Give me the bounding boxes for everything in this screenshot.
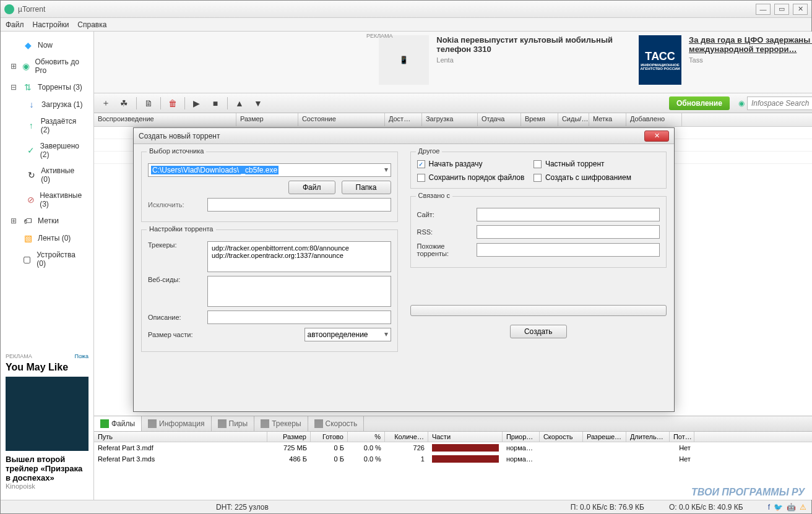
description-input[interactable] <box>207 311 391 324</box>
ad-block-1[interactable]: 📱 Nokia перевыпустит культовый мобильный… <box>379 35 626 89</box>
site-input[interactable] <box>477 208 660 221</box>
related-fieldset: Связано с Сайт: RSS: Похожие торренты: <box>410 196 667 268</box>
other-fieldset: Другое ✓Начать раздачу Частный торрент С… <box>410 152 667 189</box>
sidebar-now[interactable]: ◆ Now <box>1 36 93 54</box>
private-checkbox[interactable]: Частный торрент <box>533 160 650 168</box>
file-row[interactable]: Referat Part 3.mds 486 Б 0 Б 0.0 % 1 нор… <box>94 453 812 465</box>
create-progress-bar <box>410 305 667 316</box>
side-ad-caption[interactable]: Вышел второй трейлер «Призрака в доспеха… <box>6 455 89 482</box>
tab-files[interactable]: Файлы <box>94 416 142 431</box>
file-row[interactable]: Referat Part 3.mdf 725 МБ 0 Б 0.0 % 726 … <box>94 442 812 453</box>
start-seeding-checkbox[interactable]: ✓Начать раздачу <box>417 160 533 168</box>
upgrade-icon: ◉ <box>22 61 30 71</box>
dialog-titlebar: Создать новый торрент ✕ <box>134 128 674 144</box>
statusbar: DHT: 225 узлов П: 0.0 КБ/с В: 76.9 КБ О:… <box>1 500 811 513</box>
move-up-button[interactable]: ▲ <box>231 96 248 111</box>
col-up[interactable]: Отдача <box>478 113 521 126</box>
utorrent-search-icon: ◉ <box>738 99 745 108</box>
sidebar-seeding[interactable]: ↑ Раздаётся (2) <box>1 113 93 138</box>
tab-info[interactable]: Информация <box>142 416 211 431</box>
move-down-button[interactable]: ▼ <box>250 96 266 111</box>
status-download: П: 0.0 КБ/с В: 76.9 КБ <box>571 503 644 512</box>
torrent-settings-fieldset: Настройки торрента Трекеры: udp://tracke… <box>141 229 398 352</box>
you-may-like-heading: You May Like <box>6 362 89 373</box>
sidebar-torrents[interactable]: ⊟⇅ Торренты (3) <box>1 79 93 96</box>
torrents-icon: ⇅ <box>23 82 33 92</box>
choose-file-button[interactable]: Файл <box>288 181 335 194</box>
stop-button[interactable]: ■ <box>207 96 223 111</box>
choose-folder-button[interactable]: Папка <box>342 181 391 194</box>
sidebar-feeds[interactable]: ▧ Ленты (0) <box>1 229 93 247</box>
status-dht: DHT: 225 узлов <box>216 503 269 512</box>
add-torrent-button[interactable]: ＋ <box>98 96 114 111</box>
menu-settings[interactable]: Настройки <box>33 20 69 29</box>
ad-block-2[interactable]: ТАСС ИНФОРМАЦИОННОЕ АГЕНТСТВО РОССИИ За … <box>639 35 812 89</box>
sidebar-labels[interactable]: ⊞🏷 Метки <box>1 212 93 229</box>
toolbar: ＋ ☘ 🗎 🗑 ▶ ■ ▲ ▼ Обновление ◉ 💡 💬 <box>94 93 812 113</box>
start-button[interactable]: ▶ <box>189 96 205 111</box>
menu-help[interactable]: Справка <box>77 20 106 29</box>
sidebar: ◆ Now ⊞◉ Обновить до Pro ⊟⇅ Торренты (3)… <box>1 32 94 500</box>
menu-file[interactable]: Файл <box>6 20 24 29</box>
now-icon: ◆ <box>23 40 33 50</box>
col-seeds[interactable]: Сиды/… <box>558 113 589 126</box>
active-icon: ↻ <box>27 170 36 180</box>
col-label[interactable]: Метка <box>589 113 626 126</box>
source-fieldset: Выбор источника C:\Users\Vlad\Downloads\… <box>141 152 398 222</box>
sidebar-devices[interactable]: ▢ Устройства (0) <box>1 247 93 272</box>
encrypt-checkbox[interactable]: Создать с шифрованием <box>533 173 650 182</box>
seeding-icon: ↑ <box>27 121 36 131</box>
preserve-order-checkbox[interactable]: Сохранить порядок файлов <box>417 173 533 182</box>
menubar: Файл Настройки Справка <box>1 18 811 32</box>
col-size[interactable]: Размер <box>236 113 298 126</box>
sidebar-completed[interactable]: ✓ Завершено (2) <box>1 138 93 163</box>
app-logo-icon <box>4 4 14 14</box>
create-torrent-dialog: Создать новый торрент ✕ Выбор источника … <box>133 127 675 412</box>
warning-icon[interactable]: ⚠ <box>800 503 806 512</box>
delete-button[interactable]: 🗑 <box>165 96 181 111</box>
search-input[interactable] <box>747 96 812 110</box>
side-ad-image[interactable] <box>6 377 89 451</box>
col-time[interactable]: Время <box>521 113 558 126</box>
twitter-icon[interactable]: 🐦 <box>774 503 783 512</box>
devices-icon: ▢ <box>22 254 32 264</box>
rss-input[interactable] <box>477 225 660 239</box>
webseeds-textarea[interactable] <box>207 276 391 307</box>
tab-peers[interactable]: Пиры <box>212 416 255 431</box>
col-down[interactable]: Загрузка <box>422 113 478 126</box>
tab-speed[interactable]: Скорость <box>308 416 365 431</box>
sidebar-active[interactable]: ↻ Активные (0) <box>1 163 93 187</box>
exclude-input[interactable] <box>207 198 391 212</box>
android-icon[interactable]: 🤖 <box>787 503 796 512</box>
sidebar-download[interactable]: ↓ Загрузка (1) <box>1 96 93 113</box>
minimize-button[interactable]: — <box>756 4 771 15</box>
col-avail[interactable]: Дост… <box>385 113 422 126</box>
sidebar-inactive[interactable]: ⊘ Неактивные (3) <box>1 187 93 212</box>
side-ad-complain[interactable]: Пожа <box>75 353 89 359</box>
ad2-image: ТАСС ИНФОРМАЦИОННОЕ АГЕНТСТВО РОССИИ <box>639 35 681 85</box>
facebook-icon[interactable]: f <box>768 503 770 512</box>
add-url-button[interactable]: ☘ <box>116 96 132 111</box>
create-torrent-button[interactable]: 🗎 <box>140 96 157 111</box>
col-state[interactable]: Состояние <box>298 113 385 126</box>
similar-input[interactable] <box>477 243 660 257</box>
download-icon: ↓ <box>27 100 37 109</box>
update-button[interactable]: Обновление <box>669 96 730 110</box>
inactive-icon: ⊘ <box>27 195 35 205</box>
close-button[interactable]: ✕ <box>793 4 808 15</box>
tab-trackers[interactable]: Трекеры <box>254 416 308 431</box>
create-button[interactable]: Создать <box>510 325 567 338</box>
col-added[interactable]: Добавлено <box>626 113 682 126</box>
col-playback[interactable]: Воспроизведение <box>94 113 236 126</box>
window-title: µTorrent <box>18 5 756 14</box>
trackers-textarea[interactable]: udp://tracker.openbittorrent.com:80/anno… <box>207 241 391 272</box>
labels-icon: 🏷 <box>23 216 33 226</box>
torrent-table-header: Воспроизведение Размер Состояние Дост… З… <box>94 113 812 127</box>
rss-icon: ▧ <box>23 233 33 243</box>
piece-size-combo[interactable]: автоопределение <box>304 328 391 341</box>
maximize-button[interactable]: ▭ <box>774 4 789 15</box>
sidebar-ad: РЕКЛАМА Пожа You May Like Вышел второй т… <box>1 348 93 495</box>
dialog-close-button[interactable]: ✕ <box>644 131 669 142</box>
source-path-combo[interactable]: C:\Users\Vlad\Downloads\ _cb5fe.exe <box>148 163 391 177</box>
sidebar-upgrade[interactable]: ⊞◉ Обновить до Pro <box>1 54 93 79</box>
